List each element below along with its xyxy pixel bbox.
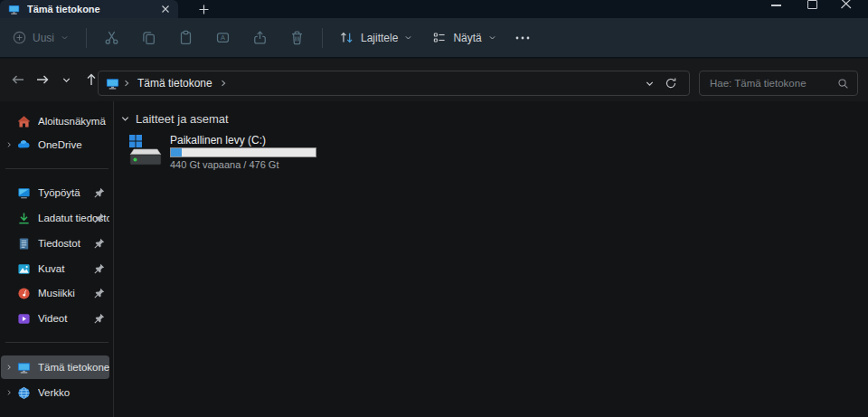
sidebar-item-documents[interactable]: Tiedostot xyxy=(1,232,109,255)
explorer-tab[interactable]: Tämä tietokone xyxy=(0,0,178,18)
music-icon xyxy=(16,286,31,300)
pictures-icon xyxy=(16,261,31,276)
plus-icon xyxy=(199,5,209,14)
pin-icon xyxy=(94,238,105,249)
drive-usage-bar xyxy=(170,147,316,157)
view-layout-icon xyxy=(432,31,447,44)
more-options-button[interactable] xyxy=(506,24,539,52)
refresh-button[interactable] xyxy=(660,72,682,94)
this-pc-icon xyxy=(8,4,20,15)
address-dropdown-button[interactable] xyxy=(638,72,660,94)
cut-button[interactable] xyxy=(93,24,130,52)
close-button[interactable] xyxy=(841,0,852,9)
chevron-right-icon xyxy=(219,79,228,88)
ellipsis-icon xyxy=(515,36,530,40)
sort-arrows-icon xyxy=(339,31,354,44)
group-header-devices[interactable]: Laitteet ja asemat xyxy=(120,112,229,126)
sidebar-item-downloads[interactable]: Ladatut tiedosto xyxy=(1,206,109,230)
pin-icon xyxy=(94,213,105,223)
chevron-down-icon xyxy=(120,114,130,124)
file-explorer-window: Tämä tietokone Uusi xyxy=(0,0,868,417)
tab-title: Tämä tietokone xyxy=(27,4,158,14)
this-pc-icon xyxy=(16,360,31,374)
breadcrumb-this-pc[interactable]: Tämä tietokone xyxy=(137,77,212,90)
chevron-down-icon xyxy=(488,33,496,42)
sidebar-item-label: Tämä tietokone xyxy=(38,362,109,373)
refresh-icon xyxy=(665,77,677,90)
expand-chevron-icon[interactable] xyxy=(1,364,16,371)
minimize-button[interactable] xyxy=(771,5,781,6)
view-button[interactable]: Näytä xyxy=(422,24,505,52)
maximize-button[interactable] xyxy=(807,0,817,9)
sidebar-item-network[interactable]: Verkko xyxy=(1,381,109,404)
sidebar-item-videos[interactable]: Videot xyxy=(1,307,109,330)
expand-chevron-icon[interactable] xyxy=(1,141,16,148)
desktop-icon xyxy=(16,185,31,200)
new-tab-button[interactable] xyxy=(192,0,215,18)
sidebar-item-label: Aloitusnäkymä xyxy=(38,116,109,127)
group-header-label: Laitteet ja asemat xyxy=(136,112,229,126)
address-bar[interactable]: Tämä tietokone xyxy=(98,71,690,96)
document-icon xyxy=(16,236,31,251)
tab-close-icon[interactable] xyxy=(158,2,173,16)
cut-icon xyxy=(104,30,119,45)
new-button-label: Uusi xyxy=(33,32,54,44)
chevron-down-icon xyxy=(61,75,71,85)
chevron-down-icon xyxy=(645,79,655,89)
delete-button[interactable] xyxy=(278,24,316,52)
sidebar-separator xyxy=(5,342,108,343)
toolbar-divider xyxy=(322,28,323,48)
titlebar: Tämä tietokone xyxy=(0,0,868,18)
drive-name: Paikallinen levy (C:) xyxy=(170,134,266,147)
sidebar-item-desktop[interactable]: Työpöytä xyxy=(1,181,109,204)
onedrive-cloud-icon xyxy=(16,137,31,152)
pin-icon xyxy=(94,288,105,299)
chevron-right-icon xyxy=(122,79,131,88)
toolbar-divider xyxy=(86,28,87,48)
view-button-label: Näytä xyxy=(453,32,481,44)
sidebar-item-label: Verkko xyxy=(38,387,109,398)
network-icon xyxy=(16,385,31,400)
sidebar-item-pictures[interactable]: Kuvat xyxy=(1,257,109,280)
sort-button[interactable]: Lajittele xyxy=(329,24,422,52)
navigation-pane: Aloitusnäkymä OneDrive xyxy=(0,101,114,417)
command-toolbar: Uusi A xyxy=(0,18,868,58)
pin-icon xyxy=(94,313,105,324)
drive-c-tile[interactable]: Paikallinen levy (C:) 440 Gt vapaana / 4… xyxy=(127,133,330,171)
sidebar-item-home[interactable]: Aloitusnäkymä xyxy=(1,109,109,133)
share-button[interactable] xyxy=(241,24,278,52)
trash-icon xyxy=(289,30,305,45)
sidebar-item-onedrive[interactable]: OneDrive xyxy=(1,133,109,156)
paste-button[interactable] xyxy=(167,24,204,52)
home-icon xyxy=(16,114,31,128)
sidebar-item-label: OneDrive xyxy=(38,139,109,150)
navigation-buttons xyxy=(5,67,103,92)
download-icon xyxy=(16,211,31,225)
share-icon xyxy=(252,30,268,45)
rename-icon: A xyxy=(215,30,231,45)
pin-icon xyxy=(94,263,105,274)
expand-chevron-icon[interactable] xyxy=(1,389,16,396)
arrow-up-icon xyxy=(84,72,99,87)
new-button[interactable]: Uusi xyxy=(7,24,80,52)
search-icon xyxy=(837,78,849,90)
address-row: Tämä tietokone xyxy=(0,59,868,101)
copy-button[interactable] xyxy=(130,24,167,52)
arrow-left-icon xyxy=(11,72,25,87)
chevron-down-icon xyxy=(61,33,69,42)
videos-icon xyxy=(16,311,31,326)
sidebar-item-music[interactable]: Musiikki xyxy=(1,281,109,305)
paste-icon xyxy=(178,30,193,45)
rename-button[interactable]: A xyxy=(204,24,241,52)
copy-icon xyxy=(141,30,156,45)
drive-usage-fill xyxy=(171,148,182,156)
recent-locations-button[interactable] xyxy=(54,67,79,92)
sidebar-separator xyxy=(5,168,108,169)
chevron-down-icon xyxy=(404,33,412,42)
sidebar-item-this-pc[interactable]: Tämä tietokone xyxy=(1,355,109,379)
back-button[interactable] xyxy=(5,67,30,92)
forward-button[interactable] xyxy=(30,67,54,92)
svg-text:A: A xyxy=(221,33,225,42)
search-input[interactable] xyxy=(708,77,837,90)
circle-plus-icon xyxy=(13,31,26,44)
